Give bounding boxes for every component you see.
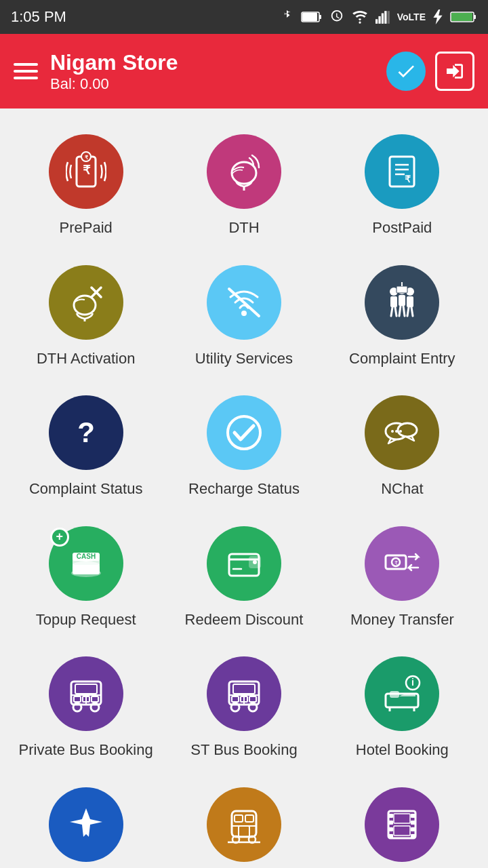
svg-rect-68 [92, 696, 98, 702]
topup-item[interactable]: + CASH Topup Request [7, 514, 165, 645]
svg-line-41 [411, 307, 413, 316]
hotel-icon-circle: i [365, 656, 439, 731]
utility-icon [224, 282, 264, 323]
topup-icon: CASH [66, 543, 106, 584]
svg-point-48 [395, 430, 398, 433]
prepaid-label: PrePaid [60, 218, 113, 238]
svg-rect-103 [411, 827, 415, 831]
st-bus-item[interactable]: ST Bus Booking [165, 644, 323, 775]
svg-text:₹: ₹ [405, 174, 411, 184]
svg-point-22 [74, 296, 96, 315]
hotel-item[interactable]: i Hotel Booking [323, 644, 481, 775]
redeem-label: Redeem Discount [185, 610, 304, 630]
utility-item[interactable]: Utility Services [165, 253, 323, 384]
svg-point-49 [399, 430, 402, 433]
st-bus-label: ST Bus Booking [190, 741, 297, 760]
svg-rect-99 [388, 827, 393, 831]
svg-rect-100 [388, 834, 393, 838]
svg-rect-4 [378, 16, 380, 24]
dth-activation-icon-circle [49, 265, 123, 340]
svg-rect-101 [411, 814, 415, 818]
flash-icon [432, 9, 443, 24]
volte-icon: VoLTE [397, 12, 426, 22]
nchat-item[interactable]: NChat [323, 383, 481, 514]
svg-point-44 [228, 416, 260, 449]
redeem-item[interactable]: Redeem Discount [165, 514, 323, 645]
dth-activation-item[interactable]: DTH Activation [7, 253, 165, 384]
complaint-entry-item[interactable]: Complaint Entry [323, 253, 481, 384]
svg-rect-97 [388, 814, 393, 818]
postpaid-icon-circle: ₹ [365, 134, 439, 209]
st-bus-icon-circle [207, 656, 281, 731]
pvt-bus-item[interactable]: Private Bus Booking [7, 644, 165, 775]
header-right [386, 52, 474, 91]
postpaid-item[interactable]: ₹ PostPaid [323, 122, 481, 253]
svg-rect-29 [390, 296, 397, 307]
logout-button[interactable] [435, 52, 474, 91]
flight-icon-circle [49, 787, 123, 862]
svg-rect-66 [74, 696, 81, 702]
money-transfer-item[interactable]: ₹ Money Transfer [323, 514, 481, 645]
svg-rect-34 [396, 286, 407, 293]
svg-rect-2 [302, 13, 317, 21]
complaint-entry-icon [382, 282, 422, 323]
dth-icon-circle [207, 134, 281, 209]
prepaid-item[interactable]: ₹ ₹ PrePaid [7, 122, 165, 253]
flight-icon [66, 804, 106, 845]
svg-rect-10 [451, 13, 472, 21]
flight-item[interactable]: Flight [7, 775, 165, 868]
pvt-bus-label: Private Bus Booking [19, 741, 153, 760]
pvt-bus-icon-circle [49, 656, 123, 731]
check-icon [395, 60, 417, 82]
time: 1:05 PM [11, 8, 66, 26]
train-item[interactable]: Train [165, 775, 323, 868]
movie-item[interactable]: Movie [323, 775, 481, 868]
status-icons: VoLTE [279, 9, 477, 24]
dth-activation-label: DTH Activation [37, 349, 136, 369]
svg-rect-98 [388, 821, 393, 825]
dth-icon [224, 151, 264, 192]
alarm-icon [329, 9, 344, 24]
train-icon [224, 804, 264, 845]
money-transfer-icon: ₹ [382, 543, 422, 584]
recharge-status-item[interactable]: Recharge Status [165, 383, 323, 514]
complaint-status-item[interactable]: ? Complaint Status [7, 383, 165, 514]
svg-line-37 [395, 307, 396, 316]
bluetooth-icon [279, 9, 294, 24]
complaint-entry-icon-circle [365, 265, 439, 340]
postpaid-label: PostPaid [372, 218, 432, 238]
svg-rect-92 [239, 826, 249, 837]
svg-point-59 [253, 560, 257, 564]
prepaid-icon-circle: ₹ ₹ [49, 134, 123, 209]
verify-button[interactable] [386, 52, 426, 91]
exit-icon [444, 60, 466, 82]
svg-text:?: ? [77, 416, 95, 448]
svg-rect-74 [233, 684, 255, 694]
svg-point-27 [241, 311, 247, 316]
complaint-status-icon: ? [66, 412, 106, 453]
svg-line-40 [407, 307, 409, 316]
complaint-entry-label: Complaint Entry [349, 349, 455, 369]
complaint-status-icon-circle: ? [49, 395, 123, 470]
svg-rect-7 [387, 11, 389, 24]
svg-rect-104 [411, 834, 415, 838]
svg-rect-9 [474, 15, 476, 19]
svg-line-38 [399, 306, 401, 316]
svg-rect-106 [394, 826, 410, 835]
money-transfer-icon-circle: ₹ [365, 526, 439, 601]
dth-item[interactable]: DTH [165, 122, 323, 253]
money-transfer-label: Money Transfer [350, 610, 454, 630]
svg-point-15 [232, 162, 256, 184]
hamburger-menu[interactable] [14, 63, 38, 79]
battery-icon [301, 9, 323, 24]
utility-icon-circle [207, 265, 281, 340]
header-left: Nigam Store Bal: 0.00 [14, 50, 178, 93]
postpaid-icon: ₹ [382, 151, 422, 192]
nchat-icon [382, 412, 422, 453]
svg-rect-33 [407, 296, 413, 307]
svg-rect-90 [245, 815, 253, 822]
pvt-bus-icon [66, 673, 106, 714]
header-title: Nigam Store Bal: 0.00 [50, 50, 178, 93]
svg-rect-89 [235, 815, 243, 822]
battery-full-icon [450, 9, 477, 24]
